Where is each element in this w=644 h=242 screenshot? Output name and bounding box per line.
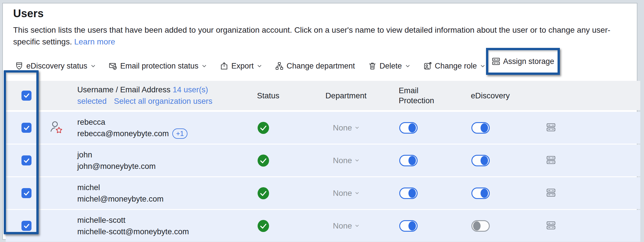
department-value: None	[333, 189, 352, 198]
page-title: Users	[13, 7, 44, 20]
username-link[interactable]: john	[77, 149, 257, 161]
table-row: michelle-scott michelle-scott@moneybyte.…	[6, 210, 640, 242]
username-link[interactable]: michel	[77, 182, 257, 193]
row-checkbox-cell	[6, 155, 47, 165]
email-protection-status-button[interactable]: Email protection status	[109, 62, 207, 71]
status-cell	[257, 220, 325, 232]
user-email: john@moneybyte.com	[77, 161, 156, 172]
ediscovery-status-button[interactable]: eDiscovery status	[15, 62, 96, 71]
users-table: Username / Email Address 14 user(s) sele…	[6, 81, 640, 242]
ediscovery-toggle[interactable]	[471, 155, 490, 166]
storage-icon[interactable]	[546, 161, 556, 166]
assign-storage-button[interactable]: Assign storage	[492, 57, 554, 66]
status-active-icon	[257, 187, 270, 200]
email-protection-cell	[399, 220, 471, 232]
email-protection-toggle[interactable]	[399, 188, 418, 199]
department-column-header: Department	[325, 91, 399, 101]
ediscovery-column-header: eDiscovery	[471, 91, 544, 101]
row-checkbox[interactable]	[21, 123, 31, 133]
chevron-down-icon	[355, 224, 359, 228]
department-dropdown[interactable]: None	[333, 156, 359, 165]
status-active-icon	[257, 122, 270, 134]
storage-cell	[544, 122, 640, 133]
storage-icon[interactable]	[546, 194, 556, 198]
row-checkbox-cell	[6, 188, 47, 198]
email-protection-toggle[interactable]	[399, 122, 418, 134]
row-checkbox[interactable]	[21, 155, 31, 165]
username-column-label: Username / Email Address	[77, 85, 171, 94]
user-type-cell	[47, 218, 77, 234]
toggle-knob	[481, 189, 488, 198]
department-cell: None	[325, 123, 399, 132]
department-cell: None	[325, 189, 399, 198]
user-type-cell	[47, 185, 77, 201]
storage-icon[interactable]	[546, 226, 556, 231]
status-column-header: Status	[257, 91, 325, 101]
chevron-down-icon	[405, 64, 410, 69]
ediscovery-cell	[471, 155, 544, 166]
department-cell: None	[325, 221, 399, 231]
ediscovery-status-label: eDiscovery status	[26, 62, 87, 71]
alias-count-badge[interactable]: +1	[172, 128, 187, 139]
users-section-card: Users This section lists the users that …	[2, 3, 637, 240]
department-value: None	[333, 123, 352, 132]
table-row: john john@moneybyte.com None	[6, 145, 640, 176]
ediscovery-toggle[interactable]	[471, 122, 490, 134]
change-department-button[interactable]: Change department	[275, 62, 355, 71]
delete-label: Delete	[380, 62, 402, 71]
email-protection-toggle[interactable]	[399, 220, 418, 232]
status-active-icon	[257, 154, 270, 167]
assign-storage-label: Assign storage	[503, 57, 554, 66]
change-role-label: Change role	[435, 62, 477, 71]
row-checkbox[interactable]	[21, 221, 31, 231]
ediscovery-toggle[interactable]	[471, 188, 490, 199]
username-link[interactable]: rebecca	[77, 116, 257, 128]
export-button[interactable]: Export	[220, 62, 262, 71]
storage-cell	[544, 188, 640, 199]
email-protection-status-label: Email protection status	[120, 62, 198, 71]
user-type-cell	[47, 120, 77, 136]
delete-icon	[368, 62, 377, 70]
chevron-down-icon	[355, 158, 359, 163]
ediscovery-toggle[interactable]	[471, 220, 490, 232]
select-all-organization-users-link[interactable]: Select all organization users	[114, 97, 212, 106]
change-role-icon	[423, 62, 432, 70]
toggle-knob	[481, 123, 488, 132]
chevron-down-icon	[355, 126, 359, 130]
export-label: Export	[231, 62, 254, 71]
toggle-knob	[481, 156, 488, 165]
chevron-down-icon	[480, 64, 485, 69]
row-checkbox[interactable]	[21, 188, 31, 198]
check-icon	[23, 190, 30, 197]
users-toolbar: eDiscovery status Email protection statu…	[15, 58, 485, 74]
table-row: michel michel@moneybyte.com None	[6, 177, 640, 209]
section-description: This section lists the users that have b…	[13, 24, 631, 48]
ediscovery-cell	[471, 220, 544, 232]
email-protection-cell	[399, 155, 471, 166]
username-column-header: Username / Email Address 14 user(s) sele…	[77, 84, 220, 107]
username-link[interactable]: michelle-scott	[77, 214, 257, 226]
email-protection-toggle[interactable]	[399, 155, 418, 166]
delete-button[interactable]: Delete	[368, 62, 410, 71]
change-role-button[interactable]: Change role	[423, 62, 485, 71]
department-dropdown[interactable]: None	[333, 189, 359, 198]
department-dropdown[interactable]: None	[333, 123, 359, 132]
storage-icon[interactable]	[546, 128, 556, 133]
learn-more-link[interactable]: Learn more	[74, 37, 115, 46]
ediscovery-cell	[471, 188, 544, 199]
ediscovery-cell	[471, 122, 544, 134]
status-cell	[257, 122, 325, 134]
select-all-checkbox[interactable]	[21, 91, 31, 101]
username-email-cell: michel michel@moneybyte.com	[77, 182, 257, 205]
toggle-knob	[408, 189, 416, 198]
department-dropdown[interactable]: None	[333, 221, 359, 231]
user-type-cell	[47, 153, 77, 169]
email-protection-cell	[399, 122, 471, 134]
username-email-cell: michelle-scott michelle-scott@moneybyte.…	[77, 214, 257, 237]
username-email-cell: john john@moneybyte.com	[77, 149, 257, 172]
email-protection-cell	[399, 188, 471, 199]
status-cell	[257, 187, 325, 200]
chevron-down-icon	[257, 64, 262, 69]
department-value: None	[333, 156, 352, 165]
super-admin-icon	[49, 120, 64, 135]
